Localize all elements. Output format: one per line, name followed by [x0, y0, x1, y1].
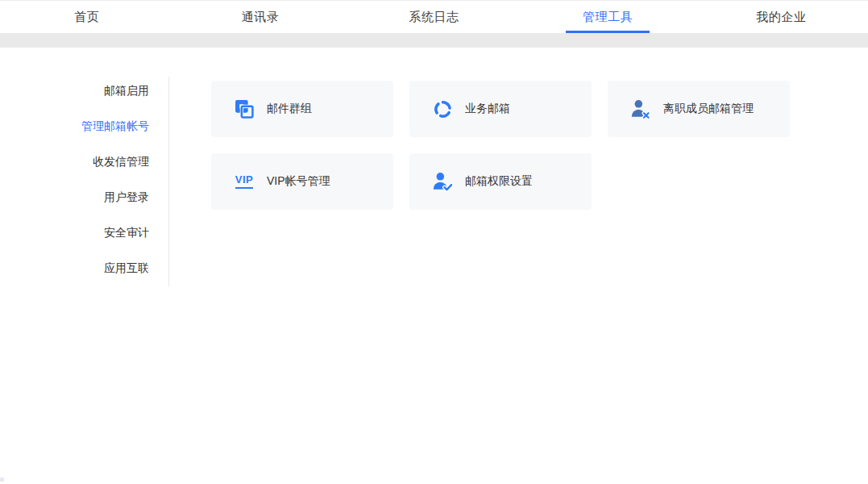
- card-business-mailbox[interactable]: 业务邮箱: [409, 81, 592, 137]
- feature-card-grid: 邮件群组 业务邮箱: [211, 81, 790, 210]
- sidebar: 邮箱启用 管理邮箱帐号 收发信管理 用户登录 安全审计 应用互联: [0, 73, 168, 286]
- sidebar-item-app-interconnect[interactable]: 应用互联: [0, 250, 168, 286]
- sync-circle-icon: [431, 98, 454, 119]
- card-label: VIP帐号管理: [267, 174, 330, 189]
- bottom-left-mark: [0, 478, 4, 482]
- card-label: 离职成员邮箱管理: [663, 102, 754, 116]
- card-mail-groups[interactable]: 邮件群组: [211, 81, 393, 137]
- card-label: 邮件群组: [267, 102, 312, 116]
- card-label: 业务邮箱: [465, 102, 510, 116]
- tab-system-log[interactable]: 系统日志: [347, 1, 521, 33]
- tab-admin-tools-label: 管理工具: [583, 10, 633, 25]
- tab-system-log-label: 系统日志: [409, 10, 459, 25]
- card-departed-member-mailbox[interactable]: 离职成员邮箱管理: [608, 81, 790, 137]
- tab-my-enterprise-label: 我的企业: [756, 10, 806, 25]
- card-vip-account-management[interactable]: VIP VIP帐号管理: [211, 153, 393, 210]
- user-check-icon: [431, 171, 454, 192]
- tab-home[interactable]: 首页: [0, 1, 173, 33]
- sidebar-item-security-audit[interactable]: 安全审计: [0, 215, 168, 250]
- vip-icon: VIP: [233, 171, 255, 192]
- tab-admin-tools[interactable]: 管理工具: [521, 1, 694, 33]
- admin-console-page: 首页 通讯录 系统日志 管理工具 我的企业 邮箱启用 管理邮箱帐号 收发信管理 …: [0, 0, 868, 484]
- top-nav: 首页 通讯录 系统日志 管理工具 我的企业: [0, 0, 868, 33]
- card-mailbox-permission-settings[interactable]: 邮箱权限设置: [409, 153, 592, 210]
- user-remove-icon: [629, 98, 652, 119]
- sidebar-item-send-receive-management[interactable]: 收发信管理: [0, 144, 168, 179]
- active-tab-underline: [566, 31, 650, 33]
- tab-contacts[interactable]: 通讯录: [173, 1, 347, 33]
- subheader-band: [0, 33, 868, 48]
- vip-icon-text: VIP: [235, 174, 253, 188]
- tab-home-label: 首页: [74, 10, 99, 25]
- card-label: 邮箱权限设置: [465, 174, 533, 189]
- sidebar-divider: [168, 77, 169, 286]
- tab-my-enterprise[interactable]: 我的企业: [695, 1, 868, 33]
- sidebar-item-mailbox-enable[interactable]: 邮箱启用: [0, 73, 168, 108]
- sidebar-item-manage-mail-accounts[interactable]: 管理邮箱帐号: [0, 108, 168, 144]
- tab-contacts-label: 通讯录: [242, 10, 280, 25]
- mail-group-icon: [233, 98, 255, 119]
- sidebar-item-user-login[interactable]: 用户登录: [0, 179, 168, 215]
